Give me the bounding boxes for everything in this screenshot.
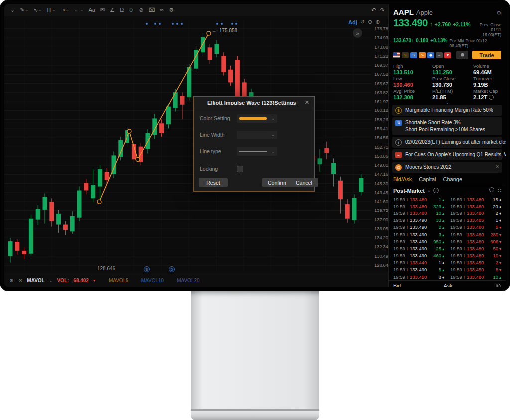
collapse-panel-button[interactable]: » [353, 28, 362, 38]
us-flag-icon[interactable] [393, 52, 400, 58]
panel-gear-icon[interactable]: ⚙ [496, 10, 501, 16]
locking-checkbox[interactable] [237, 166, 243, 172]
svg-text:165.675: 165.675 [374, 81, 388, 86]
wave-handle[interactable] [97, 200, 101, 204]
tick-volume: 33▴ [431, 217, 444, 223]
tick-time: 19:59 [393, 239, 410, 244]
tag-badge-icon[interactable]: ◆ [427, 52, 434, 58]
tab-capital[interactable]: Capital [419, 176, 436, 182]
dialog-title: Elliott Impulse Wave (123)Settings [199, 100, 305, 105]
tab-change[interactable]: Change [443, 176, 463, 182]
stat-value: 21.85 [432, 94, 473, 100]
emoji-tool-icon[interactable]: ☺ [128, 7, 134, 13]
lightning-badge-icon[interactable]: ϟ [402, 52, 409, 58]
hide-tool-icon[interactable]: ⊘ [139, 7, 143, 13]
compare-tool-icon[interactable]: ∞ [160, 7, 164, 13]
wave-handle[interactable] [128, 129, 131, 133]
line-type-dropdown[interactable]: ⌄ [237, 147, 277, 156]
tick-time: 19:59 [450, 232, 467, 237]
undo-icon[interactable]: ↶ [371, 7, 376, 14]
ma-label-mavol5[interactable]: MAVOL5 [109, 278, 128, 283]
close-icon[interactable]: ✕ [495, 164, 499, 169]
zoom-in-icon[interactable]: ⊕ [375, 19, 380, 25]
angle-tool-icon[interactable]: ∠ [110, 7, 115, 13]
indicator-chevron-icon[interactable]: ⌄ [49, 278, 53, 283]
grid-view-icon[interactable]: ∷ [498, 187, 501, 194]
stat-prev-close: Prev Close130.730 [432, 76, 473, 88]
tick-time: 19:59 I [450, 274, 467, 280]
indicator-close-icon[interactable]: ⊗ [18, 278, 22, 283]
tab-bid-ask[interactable]: Bid/Ask [393, 176, 412, 182]
mooers-notice[interactable]: @Mooers Stories 2022✕ [392, 162, 502, 173]
indicator-name[interactable]: MAVOL [27, 278, 44, 283]
session-name[interactable]: Post-Market [393, 188, 425, 194]
svg-text:176.783: 176.783 [374, 26, 388, 31]
short-notice-icon: ⇅ [395, 120, 402, 126]
reset-button[interactable]: Reset [199, 178, 228, 187]
chevron-down-icon: ⌄ [52, 8, 56, 12]
draw-tool-icon[interactable]: ✎⌄ [20, 7, 28, 13]
trade-button[interactable]: Trade [472, 51, 501, 59]
indicator-settings-icon[interactable]: ⚙ [9, 278, 14, 283]
ma-label-mavol20[interactable]: MAVOL20 [177, 278, 199, 283]
redo-icon[interactable]: ↷ [380, 7, 385, 14]
bell-icon [460, 53, 465, 58]
dialog-title-bar[interactable]: Elliott Impulse Wave (123)Settings ✕ [194, 97, 314, 108]
reset-zoom-icon[interactable]: ↺ [360, 19, 365, 25]
notice-text: Mooers Stories 2022 [405, 164, 492, 171]
session-info-icon[interactable]: i [433, 188, 439, 193]
earnings-notice[interactable]: i02/02/2023(ET) Earnings out after marke… [392, 137, 502, 148]
wave-handle[interactable] [207, 31, 211, 35]
stat-value: 132.308 [393, 94, 432, 100]
margin-notice-icon: $ [395, 107, 402, 114]
color-setting-dropdown[interactable]: ⌄ [237, 114, 277, 123]
auction-icon[interactable] [495, 283, 501, 287]
arrow-tool-icon[interactable]: ←⌄ [74, 7, 84, 13]
alert-bell-button[interactable] [456, 51, 468, 59]
gann-tool-icon[interactable]: |||⌄ [47, 8, 56, 12]
dialog-close-icon[interactable]: ✕ [305, 99, 309, 105]
wave-handle[interactable] [136, 157, 140, 161]
stat-label: Prev Close [432, 76, 473, 81]
adj-toggle[interactable]: Adj [348, 19, 357, 25]
short-notice[interactable]: ⇅Shortable Short Rate 3%Short Pool Remai… [392, 117, 502, 135]
stats-expand-chevron-icon[interactable]: ⌄ [389, 100, 506, 105]
chevron-icon[interactable]: ⌄ [10, 7, 15, 13]
chevron-down-icon: ⌄ [271, 149, 275, 154]
heart-badge-icon[interactable]: ♥ [444, 52, 451, 58]
wave-tool-icon[interactable]: ∿⌄ [33, 7, 42, 13]
list-badge-icon[interactable]: ≡ [436, 52, 443, 58]
cancel-button[interactable]: Cancel [290, 178, 318, 187]
chevron-down-icon: ⌄ [25, 8, 28, 12]
session-chevron-icon[interactable]: ⌄ [427, 188, 431, 193]
line-width-label: Line Width [200, 132, 231, 138]
trend-badge-icon[interactable]: ∿ [419, 52, 426, 58]
comment-tool-icon[interactable]: ✉ [100, 7, 105, 13]
stat-value: 130.460 [393, 82, 432, 88]
delete-tool-icon[interactable]: ⌧ [149, 7, 155, 13]
stat-open: Open131.250 [432, 63, 473, 75]
table-row: 19:59133.480323▴19:59 I133.48020♦ [393, 203, 501, 210]
line-type-label: Line type [200, 148, 231, 154]
stat-value: 133.510 [393, 69, 432, 75]
tick-time: 19:59 I [450, 246, 467, 251]
margin-notice[interactable]: $Marginable Financing Margin Rate 50% [392, 105, 502, 116]
magnet-tool-icon[interactable]: Ω [120, 7, 124, 13]
symbol: AAPL [393, 8, 414, 16]
settings-tool-icon[interactable]: ⚙ [169, 7, 174, 13]
more-icon[interactable]: … [489, 95, 494, 100]
zoom-out-icon[interactable]: ⊖ [368, 19, 372, 25]
tick-time: 19:59 I [450, 253, 467, 258]
news-notice[interactable]: ≡For Cues On Apple's Upcoming Q1 Results… [392, 149, 502, 160]
svg-text:130.498: 130.498 [374, 253, 388, 259]
svg-text:150.863: 150.863 [374, 153, 388, 159]
s-badge-icon[interactable]: S [410, 52, 417, 58]
more-options-icon[interactable]: … [489, 187, 494, 192]
confirm-button[interactable]: Confirm [262, 178, 292, 187]
measure-tool-icon[interactable]: ⇥⌄ [61, 7, 69, 13]
ma-label-mavol10[interactable]: MAVOL10 [141, 278, 164, 283]
svg-text:132.349: 132.349 [374, 244, 388, 249]
notice-text: Short Pool Remaining >10M Shares [405, 126, 499, 133]
text-tool-icon[interactable]: Aa [88, 7, 95, 13]
line-width-dropdown[interactable]: ⌄ [237, 131, 277, 139]
